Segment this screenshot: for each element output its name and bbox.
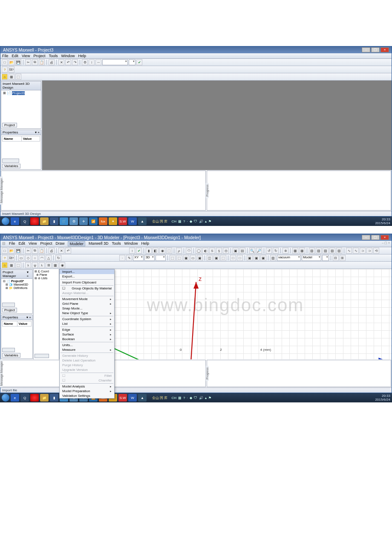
- app-icon[interactable]: ⚙: [69, 217, 78, 225]
- tool-icon[interactable]: λ: [39, 262, 45, 268]
- close-button[interactable]: ×: [380, 47, 389, 52]
- tool-icon[interactable]: ▭: [190, 255, 196, 261]
- app-icon[interactable]: ✈: [79, 217, 88, 225]
- tray-icon[interactable]: ▦: [178, 220, 182, 223]
- shape-box-icon[interactable]: ▭: [18, 255, 24, 261]
- clock[interactable]: 20:332015/6/24: [375, 217, 390, 225]
- mi-boolean[interactable]: Boolean▸: [60, 337, 114, 341]
- tool-icon[interactable]: ▦: [52, 262, 58, 268]
- tool-icon[interactable]: ψ: [32, 262, 38, 268]
- tool-icon[interactable]: ⊕: [282, 248, 288, 254]
- tray-icon[interactable]: ▦: [178, 396, 182, 400]
- scrollbar[interactable]: [2, 303, 15, 307]
- save-icon[interactable]: 💾: [15, 248, 21, 254]
- menu-edit[interactable]: Edit: [12, 54, 19, 58]
- tool-icon[interactable]: ⟲: [373, 248, 379, 254]
- mi-new-object-type[interactable]: New Object Type▸: [60, 311, 114, 315]
- shape-icon[interactable]: △: [46, 255, 52, 261]
- tray-icon[interactable]: ·: [187, 396, 187, 400]
- ime-indicator[interactable]: CH: [171, 220, 176, 223]
- tree-project-root[interactable]: Project3: [12, 91, 24, 95]
- tool-icon[interactable]: ⚙: [82, 59, 88, 65]
- mi-units[interactable]: Units...: [60, 343, 114, 347]
- tool-icon[interactable]: ▣: [247, 255, 253, 261]
- help-icon[interactable]: ₪?: [9, 66, 14, 72]
- help-icon[interactable]: ?: [2, 66, 8, 72]
- app-icon[interactable]: S.W: [118, 394, 127, 402]
- menu-edit[interactable]: Edit: [19, 241, 26, 246]
- tool-icon[interactable]: ⊟: [333, 255, 339, 261]
- tray-icon[interactable]: ◆: [190, 220, 192, 223]
- tool-icon[interactable]: ⬭: [186, 248, 192, 254]
- app-icon[interactable]: [30, 217, 39, 225]
- cut-icon[interactable]: ✂: [25, 248, 31, 254]
- menu-file[interactable]: File: [2, 54, 9, 58]
- tool-icon[interactable]: ▦: [9, 74, 14, 80]
- tool-icon[interactable]: ⬚: [15, 74, 21, 80]
- mi-grid-plane[interactable]: Grid Plane▸: [60, 301, 114, 306]
- tool-icon[interactable]: ▣: [233, 248, 239, 254]
- ie-icon[interactable]: e: [11, 394, 19, 402]
- tool-icon[interactable]: ↕: [129, 248, 135, 254]
- shape-icon[interactable]: ◇: [25, 255, 31, 261]
- menu-tools[interactable]: Tools: [112, 241, 121, 246]
- tool-icon[interactable]: ⬚: [15, 262, 21, 268]
- close-button[interactable]: ×: [380, 235, 389, 240]
- tray-icon[interactable]: ▴: [205, 220, 207, 223]
- ansys-icon[interactable]: ▲: [138, 394, 147, 402]
- tool-icon[interactable]: ✎: [126, 255, 132, 261]
- scrollbar[interactable]: [2, 348, 15, 352]
- tool-icon[interactable]: §: [216, 248, 222, 254]
- explorer-icon[interactable]: 📁: [40, 394, 49, 402]
- scrollbar[interactable]: [2, 159, 19, 163]
- menu-window[interactable]: Window: [61, 54, 75, 58]
- 3d-combo[interactable]: 3D: [144, 255, 155, 261]
- copy-icon[interactable]: ⧉: [32, 248, 38, 254]
- tray-icon[interactable]: 🛡: [194, 220, 197, 223]
- mi-import[interactable]: Import...: [60, 269, 114, 274]
- xy-combo[interactable]: XY: [133, 255, 144, 261]
- menu-help[interactable]: Help: [141, 241, 149, 246]
- undo-icon[interactable]: ↶: [65, 59, 71, 65]
- project-tab[interactable]: Project: [2, 308, 17, 312]
- menu-help[interactable]: Help: [78, 54, 86, 58]
- tool-icon[interactable]: ⊞: [46, 262, 52, 268]
- model-tree[interactable]: ⊞ ℒ Coord ⊕ Plane ⊞ ⊘ Lists: [34, 269, 59, 359]
- app-icon[interactable]: Q: [20, 217, 29, 225]
- tray-icon[interactable]: ·: [187, 220, 187, 223]
- tool-icon[interactable]: ▨: [316, 248, 322, 254]
- paste-icon[interactable]: 📋: [39, 248, 45, 254]
- tool-icon[interactable]: ▮: [146, 248, 152, 254]
- mi-validation-settings[interactable]: Validation Settings: [60, 393, 114, 398]
- tool-icon[interactable]: ⊃: [366, 248, 372, 254]
- tool-icon[interactable]: ▦: [9, 262, 14, 268]
- cut-icon[interactable]: ✂: [25, 59, 31, 65]
- redo-icon[interactable]: ↷: [72, 59, 78, 65]
- tray-icon[interactable]: ▴: [205, 396, 207, 400]
- copy-icon[interactable]: ⧉: [32, 59, 38, 65]
- tool-icon[interactable]: ↕: [89, 59, 95, 65]
- tool-icon[interactable]: ◎: [223, 248, 229, 254]
- tool-icon[interactable]: 🔍: [249, 248, 255, 254]
- mi-coordinate-system[interactable]: Coordinate System▸: [60, 317, 114, 321]
- mi-model-analysis[interactable]: Model Analysis▸: [60, 384, 114, 389]
- flag-icon[interactable]: ⚑: [208, 396, 211, 400]
- shape-icon[interactable]: ◠: [39, 255, 45, 261]
- mi-model-preparation[interactable]: Model Preparation▸: [60, 389, 114, 393]
- shape-icon[interactable]: ○: [32, 255, 38, 261]
- tool-icon[interactable]: ⬚: [166, 248, 172, 254]
- app-icon[interactable]: S.W: [118, 217, 127, 225]
- tool-icon[interactable]: ⬚: [170, 255, 176, 261]
- mi-import-clipboard[interactable]: Import From Clipboard: [60, 280, 114, 285]
- mi-movement-mode[interactable]: Movement Mode▸: [60, 297, 114, 301]
- project-tree-2[interactable]: ⊟ 📄 Project3* ⊞ 🧊 Maxwell3D ⊞ 📁 Definiti…: [1, 279, 32, 291]
- open-icon[interactable]: 📂: [9, 59, 14, 65]
- app-icon[interactable]: ✦: [109, 217, 117, 225]
- menu-project[interactable]: Project: [33, 54, 45, 58]
- ie-icon[interactable]: e: [11, 217, 19, 225]
- tool-icon[interactable]: ∿: [353, 248, 359, 254]
- tray-icon[interactable]: ?: [183, 220, 185, 223]
- explorer-icon[interactable]: 📁: [40, 217, 49, 225]
- maximize-button[interactable]: ▢: [371, 47, 380, 52]
- tool-icon[interactable]: ◐: [202, 248, 208, 254]
